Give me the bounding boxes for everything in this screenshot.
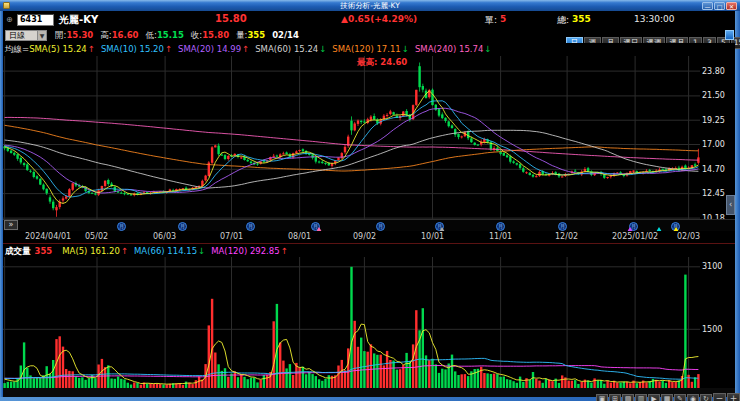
date-tick-label: 12/02 xyxy=(555,232,578,241)
price-chart[interactable] xyxy=(3,56,700,220)
volume-ma-label: MA(66) 114.15 xyxy=(134,246,197,256)
volume-axis-label: 1500 xyxy=(702,325,732,334)
date-tick-label: 11/01 xyxy=(489,232,512,241)
monthly-event-marker[interactable]: 月 xyxy=(246,222,255,231)
date-tick-label: 02/03 xyxy=(677,232,700,241)
ohlc-item: 量:355 xyxy=(236,30,265,40)
date-tick-label: 09/02 xyxy=(353,232,376,241)
minimize-button[interactable]: — xyxy=(702,2,713,10)
monthly-event-marker[interactable]: 月 xyxy=(178,222,187,231)
ohlc-item: 02/14 xyxy=(272,30,299,40)
sma-label: SMA(240) 15.74 xyxy=(415,44,483,54)
volume-ma-item: MA(120) 292.85↑ xyxy=(211,246,288,256)
ohlc-value: 02/14 xyxy=(272,30,299,40)
volume-title: 成交量 xyxy=(5,246,31,256)
price-axis-label: 21.50 xyxy=(702,91,732,100)
draw-icon[interactable]: ✎ xyxy=(674,394,686,401)
add-symbol-icon[interactable]: ⊕ xyxy=(6,15,13,24)
sma-legend-prefix: 均線= xyxy=(5,44,29,54)
ohlc-label: 開: xyxy=(55,30,66,40)
up-arrow-icon: ↑ xyxy=(165,44,172,54)
date-tick-label: 08/01 xyxy=(288,232,311,241)
window-title: 技術分析-光麗-KY xyxy=(0,1,740,10)
close-button[interactable]: ✕ xyxy=(726,2,737,10)
snapshot-icon[interactable]: ▦ xyxy=(661,394,673,401)
sma-legend-item: SMA(20) 14.99↑ xyxy=(178,44,249,54)
ohlc-value: 15.30 xyxy=(66,30,93,40)
monthly-event-marker[interactable]: 月 xyxy=(496,222,505,231)
axis-collapse-handle[interactable]: ‹ xyxy=(726,195,735,215)
down-arrow-icon: ↓ xyxy=(198,246,205,256)
price-axis-label: 14.70 xyxy=(702,165,732,174)
expand-button[interactable]: » xyxy=(4,220,18,230)
up-arrow-icon: ↑ xyxy=(121,246,128,256)
single-volume-value: 5 xyxy=(500,14,506,24)
sma-label: SMA(60) 15.24 xyxy=(255,44,318,54)
ohlc-item: 低:15.15 xyxy=(146,30,184,40)
sma-label: SMA(10) 15.20 xyxy=(101,44,164,54)
ohlc-label: 收: xyxy=(191,30,202,40)
stock-header: ⊕ 光麗-KY 15.80 ▲0.65(+4.29%) 單: 5 總: 355 … xyxy=(3,11,735,28)
date-tick-label: 06/03 xyxy=(153,232,176,241)
date-tick-label: 07/01 xyxy=(220,232,243,241)
zoom-out-icon[interactable]: − xyxy=(713,393,726,401)
monthly-event-marker[interactable]: 月 xyxy=(376,222,385,231)
monthly-event-marker[interactable]: 月 xyxy=(558,222,567,231)
down-arrow-icon: ↓ xyxy=(319,44,326,54)
chart-toolbar: 日線 ▼ 開:15.30高:16.60低:15.15收:15.80量:35502… xyxy=(3,28,735,43)
ohlc-value: 16.60 xyxy=(112,30,139,40)
title-bar: 技術分析-光麗-KY — □ ✕ xyxy=(0,0,740,11)
layout-icon[interactable]: ▣ xyxy=(596,394,608,401)
sma-label: SMA(120) 17.11 xyxy=(332,44,400,54)
chevron-down-icon: ▼ xyxy=(37,31,46,40)
volume-ma-label: MA(120) 292.85 xyxy=(211,246,279,256)
ohlc-item: 收:15.80 xyxy=(191,30,229,40)
stock-code-input[interactable] xyxy=(17,14,54,26)
quote-time: 13:30:00 xyxy=(634,14,674,24)
eye-icon[interactable]: ◉ xyxy=(687,394,699,401)
volume-ma-label: MA(5) 161.20 xyxy=(62,246,120,256)
period-dropdown-value: 日線 xyxy=(9,31,25,40)
cursor-icon[interactable]: ▶ xyxy=(648,394,660,401)
price-axis-label: 19.25 xyxy=(702,116,732,125)
sma-legend-item: SMA(60) 15.24↓ xyxy=(255,44,326,54)
ohlc-readout: 開:15.30高:16.60低:15.15收:15.80量:35502/14 xyxy=(55,30,306,41)
sma-legend-item: SMA(5) 15.24↑ xyxy=(29,44,95,54)
monthly-event-marker[interactable]: 月 xyxy=(117,222,126,231)
price-axis-label: 17.00 xyxy=(702,140,732,149)
down-arrow-icon: ↓ xyxy=(402,44,409,54)
volume-ma-item: MA(5) 161.20↑ xyxy=(62,246,128,256)
zoom-window-icon[interactable]: ⊞ xyxy=(609,394,621,401)
date-tick-label: 2024/04/01 xyxy=(25,232,71,241)
date-axis: 2024/04/0105/0206/0307/0108/0109/0210/01… xyxy=(3,231,735,243)
ohlc-value: 15.80 xyxy=(202,30,229,40)
total-volume-label: 總: xyxy=(557,14,569,27)
volume-value: 355 xyxy=(35,246,53,256)
ohlc-label: 低: xyxy=(146,30,157,40)
volume-chart[interactable] xyxy=(3,257,700,388)
ohlc-value: 15.15 xyxy=(157,30,184,40)
up-arrow-icon: ↑ xyxy=(88,44,95,54)
app-window: 技術分析-光麗-KY — □ ✕ ⊕ 光麗-KY 15.80 ▲0.65(+4.… xyxy=(0,0,740,401)
zoom-in-icon[interactable]: + xyxy=(727,393,740,401)
up-arrow-icon: ↑ xyxy=(281,246,288,256)
sma-legend: 均線=SMA(5) 15.24↑SMA(10) 15.20↑SMA(20) 14… xyxy=(3,43,735,56)
panel-toggle-button[interactable] xyxy=(725,30,734,40)
ohlc-value: 355 xyxy=(247,30,265,40)
high-price-label: 最高: 24.60 xyxy=(357,57,407,69)
price-change: ▲0.65(+4.29%) xyxy=(341,14,417,24)
total-volume-value: 355 xyxy=(572,14,591,24)
volume-legend: 成交量355MA(5) 161.20↑MA(66) 114.15↓MA(120)… xyxy=(3,243,735,257)
refresh-icon[interactable]: ↻ xyxy=(700,394,712,401)
drawing-toolbar: ▣⊞▤▥▶▦✎◉↻−+ xyxy=(596,386,740,397)
date-tick-label: 10/01 xyxy=(421,232,444,241)
price-axis-label: 23.80 xyxy=(702,67,732,76)
chart-type-icon[interactable]: ▤ xyxy=(622,394,634,401)
ohlc-label: 高: xyxy=(100,30,111,40)
period-buttons: 日週月還日還週還月135153060 xyxy=(566,30,740,42)
volume-axis-label: 3100 xyxy=(702,262,732,271)
period-dropdown[interactable]: 日線 ▼ xyxy=(5,30,47,41)
maximize-button[interactable]: □ xyxy=(714,2,725,10)
print-icon[interactable]: ▥ xyxy=(635,394,647,401)
date-tick-label: 05/02 xyxy=(85,232,108,241)
